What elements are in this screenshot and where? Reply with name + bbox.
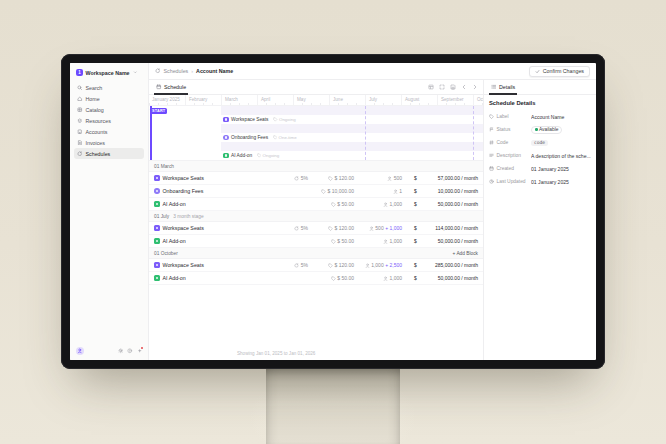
status-dot bbox=[535, 128, 538, 131]
billing-tag-label: Ongoing bbox=[263, 153, 280, 158]
save-icon[interactable] bbox=[450, 84, 456, 90]
tab-schedule[interactable]: Schedule bbox=[154, 80, 188, 94]
tag-icon bbox=[328, 176, 333, 181]
month-label: March bbox=[221, 95, 257, 105]
gantt-bar-label: Onboarding Fees bbox=[231, 135, 268, 140]
product-name: Workspace Seats bbox=[163, 175, 204, 181]
gantt-bar-workspace-seats[interactable]: Workspace Seats Ongoing bbox=[223, 115, 296, 124]
text-lines-icon bbox=[489, 153, 494, 158]
schedule-row[interactable]: Workspace Seats 5% $ 120.00 bbox=[149, 259, 483, 272]
app-window: 1 Workspace Name Search Home Catalog bbox=[70, 63, 596, 360]
quantity-cell[interactable]: 1,000 bbox=[360, 201, 402, 207]
workspace-switcher[interactable]: 1 Workspace Name bbox=[74, 68, 144, 77]
sidebar-item-accounts[interactable]: Accounts bbox=[74, 126, 144, 137]
schedule-row[interactable]: AI Add-on $ 50.00 1,000 bbox=[149, 235, 483, 248]
check-icon bbox=[535, 69, 540, 74]
quantity-cell[interactable]: 1 bbox=[360, 188, 402, 194]
quantity-cell[interactable]: 1,000 bbox=[360, 238, 402, 244]
row-total: $ 114,000.00 / month bbox=[414, 225, 478, 231]
product-name: AI Add-on bbox=[163, 275, 186, 281]
product-icon-ai-addon bbox=[154, 201, 160, 207]
schedule-row[interactable]: Onboarding Fees $ 10,000.00 1 bbox=[149, 185, 483, 198]
price-cell[interactable]: $ 50.00 bbox=[314, 201, 354, 207]
sidebar-item-catalog[interactable]: Catalog bbox=[74, 104, 144, 115]
field-value[interactable]: code bbox=[531, 139, 591, 146]
product-icon-workspace-seats bbox=[154, 175, 160, 181]
section-header-october: 01 October + Add Block bbox=[149, 248, 483, 259]
discount-cell[interactable]: 5% bbox=[284, 262, 308, 268]
product-icon-workspace-seats bbox=[154, 262, 160, 268]
row-total: $ 57,000.00 / month bbox=[414, 175, 478, 181]
details-heading: Schedule Details bbox=[484, 95, 596, 110]
product-name: Workspace Seats bbox=[163, 262, 204, 268]
add-block-button[interactable]: + Add Block bbox=[453, 251, 478, 256]
sidebar-item-home[interactable]: Home bbox=[74, 93, 144, 104]
quantity-cell[interactable]: 1,000 bbox=[360, 275, 402, 281]
tag-icon bbox=[328, 263, 333, 268]
sidebar-item-search[interactable]: Search bbox=[74, 82, 144, 93]
tag-icon bbox=[273, 117, 278, 122]
gantt-bar-ai-addon[interactable]: AI Add-on Ongoing bbox=[223, 151, 279, 160]
price-cell[interactable]: $ 50.00 bbox=[314, 238, 354, 244]
workspace-logo: 1 bbox=[76, 69, 83, 76]
field-description: Description A description of the sche... bbox=[484, 149, 596, 162]
start-marker: START bbox=[150, 108, 167, 114]
price-cell[interactable]: $ 10,000.00 bbox=[314, 188, 354, 194]
schedule-row[interactable]: Workspace Seats 5% $ 120.00 bbox=[149, 222, 483, 235]
stage-divider-line bbox=[473, 106, 474, 160]
sidebar-item-resources[interactable]: Resources bbox=[74, 115, 144, 126]
row-total: $ 285,000.00 / month bbox=[414, 262, 478, 268]
row-total: $ 50,000.00 / month bbox=[414, 238, 478, 244]
field-value[interactable]: A description of the sche... bbox=[531, 153, 591, 159]
user-icon bbox=[383, 276, 388, 281]
product-icon-workspace-seats bbox=[223, 117, 229, 123]
price-cell[interactable]: $ 120.00 bbox=[314, 225, 354, 231]
field-value[interactable]: Account Name bbox=[531, 114, 591, 120]
notifications-icon[interactable] bbox=[137, 348, 143, 354]
tag-icon bbox=[257, 153, 262, 158]
billing-tag: Ongoing bbox=[257, 153, 280, 158]
user-icon bbox=[383, 239, 388, 244]
field-value[interactable]: Available bbox=[531, 126, 591, 134]
price-cell[interactable]: $ 120.00 bbox=[314, 262, 354, 268]
table-view-icon[interactable] bbox=[428, 84, 434, 90]
tab-details[interactable]: Details bbox=[489, 80, 517, 94]
tag-icon bbox=[331, 276, 336, 281]
scroll-right-icon[interactable] bbox=[472, 84, 478, 90]
discount-cell[interactable]: 5% bbox=[284, 175, 308, 181]
avatar[interactable] bbox=[76, 347, 84, 355]
discount-cell[interactable]: 5% bbox=[284, 225, 308, 231]
gear-icon[interactable] bbox=[118, 348, 124, 354]
confirm-changes-button[interactable]: Confirm Changes bbox=[529, 66, 590, 77]
layers-icon bbox=[77, 118, 83, 124]
month-label: August bbox=[401, 95, 437, 105]
price-cell[interactable]: $ 120.00 bbox=[314, 175, 354, 181]
topbar: Schedules › Account Name Confirm Changes bbox=[149, 63, 596, 80]
billing-tag: Ongoing bbox=[273, 117, 296, 122]
row-total: $ 50,000.00 / month bbox=[414, 275, 478, 281]
quantity-cell[interactable]: 500 bbox=[360, 175, 402, 181]
discount-icon bbox=[294, 226, 299, 231]
fit-view-icon[interactable] bbox=[439, 84, 445, 90]
schedule-row[interactable]: AI Add-on $ 50.00 1,000 bbox=[149, 272, 483, 285]
schedule-row[interactable]: AI Add-on $ 50.00 1,000 bbox=[149, 198, 483, 211]
tag-icon bbox=[331, 239, 336, 244]
sidebar-item-schedules[interactable]: Schedules bbox=[74, 148, 144, 159]
sidebar-item-invoices[interactable]: Invoices bbox=[74, 137, 144, 148]
calendar-icon bbox=[156, 84, 162, 90]
price-cell[interactable]: $ 50.00 bbox=[314, 275, 354, 281]
product-name: Workspace Seats bbox=[163, 225, 204, 231]
breadcrumb-separator: › bbox=[191, 68, 193, 74]
quantity-cell[interactable]: 500 + 1,000 bbox=[360, 225, 402, 231]
field-created: Created 01 January 2025 bbox=[484, 162, 596, 175]
field-value: 01 January 2025 bbox=[531, 179, 591, 185]
gantt-bar-onboarding-fees[interactable]: Onboarding Fees One-time bbox=[223, 133, 297, 142]
breadcrumb-section[interactable]: Schedules bbox=[164, 68, 189, 74]
catalog-icon bbox=[77, 107, 83, 113]
help-icon[interactable] bbox=[127, 348, 133, 354]
tag-icon bbox=[321, 189, 326, 194]
scroll-left-icon[interactable] bbox=[461, 84, 467, 90]
quantity-cell[interactable]: 1,000 + 2,500 bbox=[360, 262, 402, 268]
schedule-row[interactable]: Workspace Seats 5% $ 120.00 bbox=[149, 172, 483, 185]
timeline-toolbar bbox=[428, 84, 478, 90]
